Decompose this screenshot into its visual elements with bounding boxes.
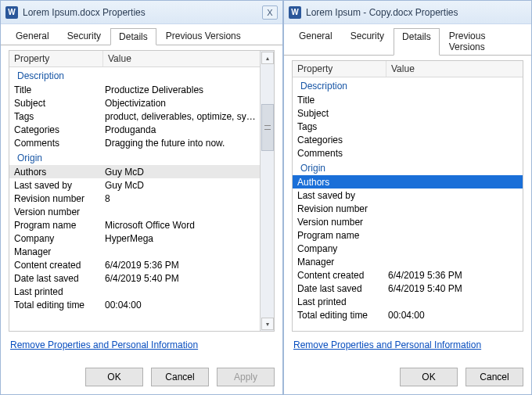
- tab-security[interactable]: Security: [59, 27, 110, 45]
- row-version-number[interactable]: Version number: [9, 205, 260, 218]
- section-origin: Origin: [9, 149, 260, 165]
- row-comments[interactable]: Comments: [293, 146, 523, 160]
- row-last-saved-by[interactable]: Last saved byGuy McD: [9, 178, 260, 192]
- word-file-icon: W: [5, 6, 18, 19]
- row-revision-number[interactable]: Revision number: [293, 202, 523, 215]
- close-button[interactable]: X: [262, 5, 278, 20]
- tab-general[interactable]: General: [290, 27, 341, 55]
- col-property[interactable]: Property: [9, 51, 103, 66]
- row-last-printed[interactable]: Last printed: [293, 295, 523, 308]
- row-categories[interactable]: CategoriesProduganda: [9, 123, 260, 136]
- row-subject[interactable]: SubjectObjectivization: [9, 96, 260, 110]
- row-total-editing-time[interactable]: Total editing time00:04:00: [9, 298, 260, 311]
- tab-bar: General Security Details Previous Versio…: [284, 24, 531, 56]
- window-title: Lorem Ipsum.docx Properties: [23, 7, 262, 18]
- titlebar[interactable]: W Lorem Ipsum - Copy.docx Properties: [284, 1, 531, 24]
- row-content-created[interactable]: Content created6/4/2019 5:36 PM: [293, 268, 523, 282]
- tab-details[interactable]: Details: [110, 28, 156, 45]
- properties-window-left: W Lorem Ipsum.docx Properties X General …: [0, 0, 283, 395]
- properties-window-right: W Lorem Ipsum - Copy.docx Properties Gen…: [283, 0, 532, 395]
- row-content-created[interactable]: Content created6/4/2019 5:36 PM: [9, 258, 260, 271]
- row-last-saved-by[interactable]: Last saved by: [293, 189, 523, 202]
- properties-grid: Property Value Description Title Subject…: [292, 60, 523, 332]
- row-subject[interactable]: Subject: [293, 106, 523, 120]
- scroll-down-icon[interactable]: ▾: [261, 318, 274, 330]
- tab-previous-versions[interactable]: Previous Versions: [157, 27, 250, 45]
- row-authors[interactable]: AuthorsGuy McD: [9, 165, 260, 178]
- row-program-name[interactable]: Program name: [293, 228, 523, 242]
- row-comments[interactable]: CommentsDragging the future into now.: [9, 136, 260, 149]
- apply-button[interactable]: Apply: [217, 368, 275, 386]
- button-bar: OK Cancel: [284, 363, 531, 394]
- tab-general[interactable]: General: [7, 27, 58, 45]
- remove-properties-link[interactable]: Remove Properties and Personal Informati…: [10, 339, 198, 350]
- row-title[interactable]: Title: [293, 93, 523, 106]
- section-description: Description: [9, 67, 260, 83]
- col-value[interactable]: Value: [103, 51, 260, 66]
- tab-bar: General Security Details Previous Versio…: [1, 24, 282, 45]
- row-total-editing-time[interactable]: Total editing time00:04:00: [293, 308, 523, 321]
- titlebar[interactable]: W Lorem Ipsum.docx Properties X: [1, 1, 282, 24]
- row-date-last-saved[interactable]: Date last saved6/4/2019 5:40 PM: [293, 282, 523, 295]
- row-version-number[interactable]: Version number: [293, 215, 523, 228]
- row-manager[interactable]: Manager: [9, 245, 260, 258]
- ok-button[interactable]: OK: [85, 368, 143, 386]
- cancel-button[interactable]: Cancel: [151, 368, 209, 386]
- cancel-button[interactable]: Cancel: [466, 368, 523, 386]
- properties-grid: Property Value Description TitleProducti…: [9, 50, 275, 332]
- section-description: Description: [293, 77, 523, 93]
- ok-button[interactable]: OK: [400, 368, 458, 386]
- grid-header: Property Value: [9, 51, 260, 67]
- details-content: Property Value Description TitleProducti…: [1, 45, 282, 363]
- row-authors[interactable]: Authors: [293, 175, 523, 189]
- row-company[interactable]: Company: [293, 242, 523, 255]
- col-value[interactable]: Value: [386, 61, 523, 77]
- vertical-scrollbar[interactable]: ▴ ▾: [260, 51, 274, 331]
- word-file-icon: W: [289, 6, 301, 19]
- row-program-name[interactable]: Program nameMicrosoft Office Word: [9, 218, 260, 232]
- section-origin: Origin: [293, 160, 523, 175]
- row-tags[interactable]: Tags: [293, 120, 523, 133]
- details-content: Property Value Description Title Subject…: [284, 56, 531, 363]
- tab-details[interactable]: Details: [394, 28, 440, 56]
- scroll-track[interactable]: [261, 65, 274, 317]
- tab-previous-versions[interactable]: Previous Versions: [440, 27, 524, 55]
- row-revision-number[interactable]: Revision number8: [9, 192, 260, 205]
- row-categories[interactable]: Categories: [293, 133, 523, 146]
- col-property[interactable]: Property: [293, 61, 386, 77]
- button-bar: OK Cancel Apply: [1, 363, 282, 394]
- scroll-up-icon[interactable]: ▴: [261, 52, 274, 64]
- window-title: Lorem Ipsum - Copy.docx Properties: [306, 7, 527, 18]
- grid-header: Property Value: [293, 61, 523, 77]
- tab-security[interactable]: Security: [342, 27, 393, 55]
- row-last-printed[interactable]: Last printed: [9, 285, 260, 298]
- row-date-last-saved[interactable]: Date last saved6/4/2019 5:40 PM: [9, 271, 260, 285]
- row-company[interactable]: CompanyHyperMega: [9, 232, 260, 245]
- row-title[interactable]: TitleProductize Deliverables: [9, 83, 260, 96]
- scroll-thumb[interactable]: [261, 104, 274, 151]
- row-tags[interactable]: Tagsproduct, deliverables, optimize, syn…: [9, 110, 260, 123]
- row-manager[interactable]: Manager: [293, 255, 523, 268]
- remove-properties-link[interactable]: Remove Properties and Personal Informati…: [293, 339, 481, 350]
